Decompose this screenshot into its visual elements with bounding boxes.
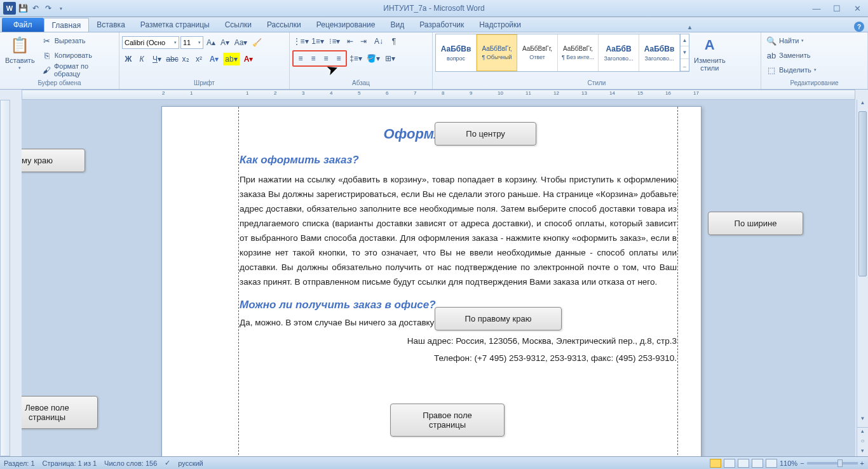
change-styles-icon: A <box>700 35 720 55</box>
subscript-icon[interactable]: x₂ <box>179 53 192 65</box>
minimize-ribbon-icon[interactable]: ▴ <box>684 22 695 32</box>
view-print-layout-icon[interactable] <box>710 459 721 468</box>
zoom-level[interactable]: 110% <box>780 459 797 467</box>
doc-heading[interactable]: Как оформить заказ? <box>240 154 677 167</box>
font-color-icon[interactable]: A▾ <box>240 53 257 65</box>
tab-review[interactable]: Рецензирование <box>309 18 383 32</box>
view-web-icon[interactable] <box>738 459 749 468</box>
view-draft-icon[interactable] <box>766 459 777 468</box>
underline-icon[interactable]: Ч▾ <box>149 53 165 65</box>
style-item[interactable]: АаБбВвГг,¶ Без инте... <box>558 34 599 71</box>
next-page-icon[interactable]: ▾ <box>857 447 868 456</box>
callout-right-align: По правому краю <box>435 307 562 330</box>
increase-indent-icon[interactable]: ⇥ <box>357 35 370 48</box>
minimize-icon[interactable]: — <box>809 3 824 13</box>
redo-icon[interactable]: ↷ <box>43 3 54 14</box>
statusbar: Раздел: 1 Страница: 1 из 1 Число слов: 1… <box>0 456 868 469</box>
tab-developer[interactable]: Разработчик <box>412 18 471 32</box>
scroll-thumb[interactable] <box>858 111 867 276</box>
proofing-icon[interactable]: ✓ <box>165 459 170 467</box>
maximize-icon[interactable]: ☐ <box>829 3 844 13</box>
italic-icon[interactable]: К <box>135 53 148 65</box>
undo-icon[interactable]: ↶ <box>30 3 41 14</box>
status-section[interactable]: Раздел: 1 <box>4 459 35 467</box>
view-fullscreen-icon[interactable] <box>724 459 735 468</box>
doc-phone[interactable]: Телефон: (+7 495) 253-9312, 253-9313, фа… <box>240 353 677 363</box>
font-size-combo[interactable]: 11▾ <box>180 36 203 49</box>
tab-mailings[interactable]: Рассылки <box>259 18 309 32</box>
multilevel-icon[interactable]: ⁝≡▾ <box>327 35 343 48</box>
close-icon[interactable]: ✕ <box>850 3 865 13</box>
vertical-scrollbar[interactable]: ▲ ▼ ▴ ○ ▾ <box>857 100 868 456</box>
status-words[interactable]: Число слов: 156 <box>104 459 157 467</box>
zoom-out-icon[interactable]: − <box>800 459 804 467</box>
zoom-in-icon[interactable]: + <box>860 459 864 467</box>
doc-address[interactable]: Наш адрес: Россия, 123056, Москва, Элект… <box>240 336 677 346</box>
text-effects-icon[interactable]: A▾ <box>206 53 222 65</box>
tab-view[interactable]: Вид <box>383 18 412 32</box>
zoom-slider[interactable] <box>807 462 858 465</box>
align-center-icon[interactable]: ≡ <box>307 52 320 65</box>
scroll-up-icon[interactable]: ▲ <box>681 34 689 46</box>
word-app-icon[interactable]: W <box>3 2 16 15</box>
status-page[interactable]: Страница: 1 из 1 <box>43 459 97 467</box>
view-outline-icon[interactable] <box>752 459 763 468</box>
style-item[interactable]: АаБбВвГг,Ответ <box>517 34 558 71</box>
highlight-icon[interactable]: ab▾ <box>223 53 240 65</box>
status-language[interactable]: русский <box>178 459 203 467</box>
align-left-icon[interactable]: ≡ <box>294 52 307 65</box>
vertical-ruler[interactable] <box>0 100 10 456</box>
numbering-icon[interactable]: 1≡▾ <box>309 35 326 48</box>
tab-home[interactable]: Главная <box>44 18 90 32</box>
doc-paragraph[interactable]: При нажатии на ссылку «добавить в корзин… <box>240 173 677 290</box>
align-right-icon[interactable]: ≡ <box>320 52 332 65</box>
tab-references[interactable]: Ссылки <box>217 18 259 32</box>
qat-customize-icon[interactable]: ▼ <box>55 3 67 14</box>
clear-formatting-icon[interactable]: 🧹 <box>250 36 263 49</box>
find-button[interactable]: 🔍Найти▾ <box>764 34 819 48</box>
tab-addins[interactable]: Надстройки <box>471 18 529 32</box>
justify-icon[interactable]: ≡ <box>332 52 345 65</box>
show-marks-icon[interactable]: ¶ <box>388 35 400 48</box>
grow-font-icon[interactable]: A▴ <box>205 36 217 49</box>
document-viewport[interactable]: Оформление заказов Как оформить заказ? П… <box>22 100 855 456</box>
style-item[interactable]: АаБбВвГг,¶ Обычный <box>477 34 517 71</box>
strikethrough-icon[interactable]: abc <box>166 53 179 65</box>
cut-button[interactable]: ✂Вырезать <box>39 34 116 48</box>
help-icon[interactable]: ? <box>854 22 864 32</box>
style-item[interactable]: АаБбВЗаголово... <box>599 34 639 71</box>
bullets-icon[interactable]: ⋮≡▾ <box>292 35 309 48</box>
sort-icon[interactable]: A↓ <box>370 35 387 48</box>
font-name-combo[interactable]: Calibri (Осно▾ <box>122 36 179 49</box>
shading-icon[interactable]: 🪣▾ <box>365 52 381 65</box>
gallery-more-icon[interactable]: ⎯ <box>681 59 689 71</box>
format-painter-button[interactable]: 🖌Формат по образцу <box>39 63 116 77</box>
file-tab[interactable]: Файл <box>2 18 44 32</box>
tab-layout[interactable]: Разметка страницы <box>133 18 217 32</box>
paste-button[interactable]: 📋 Вставить ▾ <box>3 34 37 72</box>
bold-icon[interactable]: Ж <box>122 53 135 65</box>
select-button[interactable]: ⬚Выделить▾ <box>764 63 819 77</box>
copy-icon: ⎘ <box>42 50 52 60</box>
copy-button[interactable]: ⎘Копировать <box>39 48 116 62</box>
change-case-icon[interactable]: Aa▾ <box>233 36 249 49</box>
prev-page-icon[interactable]: ▴ <box>857 427 868 436</box>
borders-icon[interactable]: ⊞▾ <box>382 52 398 65</box>
scroll-down-icon[interactable]: ▼ <box>857 416 868 426</box>
decrease-indent-icon[interactable]: ⇤ <box>344 35 356 48</box>
superscript-icon[interactable]: x² <box>193 53 205 65</box>
style-item[interactable]: АаБбВвЗаголово... <box>639 34 680 71</box>
shrink-font-icon[interactable]: A▾ <box>219 36 231 49</box>
horizontal-ruler[interactable]: 211234567891011121314151617 <box>22 90 855 100</box>
line-spacing-icon[interactable]: ‡≡▾ <box>348 52 364 65</box>
tab-insert[interactable]: Вставка <box>89 18 133 32</box>
browse-object-icon[interactable]: ○ <box>857 437 868 446</box>
scroll-down-icon[interactable]: ▼ <box>681 46 689 58</box>
replace-button[interactable]: abЗаменить <box>764 48 819 62</box>
zoom-slider-thumb[interactable] <box>837 459 843 467</box>
change-styles-button[interactable]: A Изменить стили <box>691 34 728 73</box>
scroll-up-icon[interactable]: ▲ <box>857 100 868 110</box>
save-icon[interactable]: 💾 <box>17 3 29 14</box>
style-item[interactable]: АаБбВввопрос <box>436 34 477 71</box>
styles-gallery[interactable]: АаБбВввопрос АаБбВвГг,¶ Обычный АаБбВвГг… <box>435 34 689 72</box>
